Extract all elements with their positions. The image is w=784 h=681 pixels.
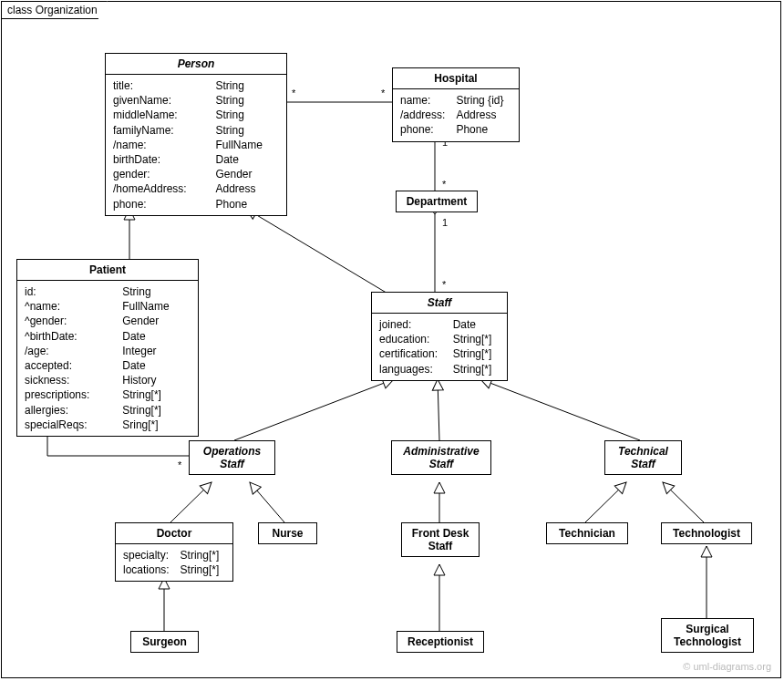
class-surgeon: Surgeon [130,631,199,653]
class-title-surgical-technologist: SurgicalTechnologist [662,619,753,652]
class-hospital: Hospital name:String {id}/address:Addres… [392,67,520,142]
class-title-receptionist: Receptionist [397,632,483,652]
svg-line-11 [585,482,626,522]
svg-line-6 [438,379,439,440]
mult-person-hospital-left: * [292,88,295,98]
class-person: Person title:StringgivenName:Stringmiddl… [105,53,287,216]
svg-line-9 [250,482,284,522]
svg-line-8 [170,482,211,522]
class-title-technician: Technician [547,523,627,543]
class-title-doctor: Doctor [116,523,232,544]
class-staff: Staff joined:Dateeducation:String[*]cert… [371,292,508,381]
class-title-hospital: Hospital [393,68,519,89]
mult-dept-staff-top: 1 [442,217,448,228]
svg-line-7 [480,379,640,440]
class-department: Department [396,191,478,212]
class-attrs-doctor: specialty:String[*]locations:String[*] [116,544,232,581]
class-surgical-technologist: SurgicalTechnologist [661,618,754,653]
class-attrs-hospital: name:String {id}/address:Addressphone:Ph… [393,89,519,141]
class-title-front-desk-staff: Front DeskStaff [402,523,479,556]
class-title-patient: Patient [17,260,198,281]
class-title-nurse: Nurse [259,523,316,543]
svg-line-4 [246,209,403,303]
mult-person-hospital-right: * [381,88,385,98]
class-title-person: Person [106,54,286,75]
class-attrs-person: title:StringgivenName:StringmiddleName:S… [106,75,286,215]
class-title-technologist: Technologist [662,523,751,543]
class-attrs-staff: joined:Dateeducation:String[*]certificat… [372,314,507,380]
class-attrs-patient: id:String^name:FullName^gender:Gender^bi… [17,281,198,436]
class-administrative-staff: AdministrativeStaff [391,440,491,475]
class-technical-staff: TechnicalStaff [604,440,682,475]
class-patient: Patient id:String^name:FullName^gender:G… [16,259,199,437]
class-title-operations-staff: OperationsStaff [190,441,274,474]
class-nurse: Nurse [258,522,317,544]
mult-hosp-dept-bottom: * [442,179,446,190]
class-title-department: Department [397,191,477,212]
svg-line-12 [663,482,704,522]
class-title-staff: Staff [372,293,507,314]
svg-line-5 [234,379,394,440]
class-doctor: Doctor specialty:String[*]locations:Stri… [115,522,233,582]
class-technician: Technician [546,522,628,544]
class-title-technical-staff: TechnicalStaff [605,441,681,474]
frame-title: class Organization [1,1,108,19]
class-title-administrative-staff: AdministrativeStaff [392,441,490,474]
watermark: © uml-diagrams.org [683,661,771,672]
mult-dept-staff-bottom: * [442,279,446,290]
class-title-surgeon: Surgeon [131,632,198,652]
diagram-frame: class Organization [1,1,781,678]
class-front-desk-staff: Front DeskStaff [401,522,480,557]
mult-patient-ops-right: * [178,459,181,470]
class-operations-staff: OperationsStaff [189,440,275,475]
class-technologist: Technologist [661,522,752,544]
class-receptionist: Receptionist [397,631,484,653]
